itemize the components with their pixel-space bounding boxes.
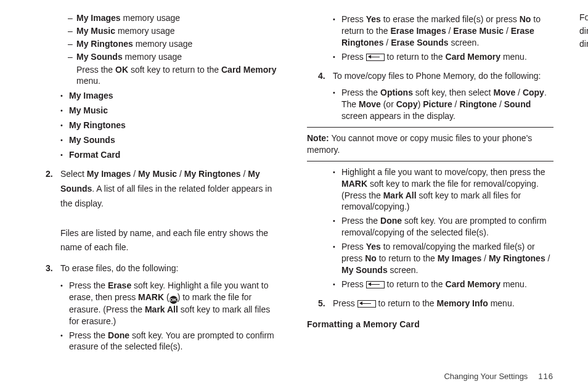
memory-usage-item: –My Sounds memory usage bbox=[35, 51, 281, 63]
footer-section-title: Changing Your Settings bbox=[444, 372, 528, 381]
menu-bullet: •My Sounds bbox=[35, 134, 281, 146]
memory-usage-item: –My Ringtones memory usage bbox=[35, 38, 281, 50]
formatting-paragraph: Formatting a microSD Memory Card erases … bbox=[579, 11, 588, 51]
step-2: 2. Select My Images / My Music / My Ring… bbox=[35, 167, 281, 255]
press-ok-line: Press the OK soft key to return to the C… bbox=[35, 64, 281, 88]
note-separator bbox=[307, 127, 553, 128]
step-4: 4. To move/copy files to Phone Memory, d… bbox=[307, 69, 553, 84]
step-3c: • Press Yes to erase the marked file(s) … bbox=[307, 14, 553, 49]
step-4c: • Press the Done soft key. You are promp… bbox=[307, 215, 553, 239]
step-4d: • Press Yes to removal/copying the marke… bbox=[307, 241, 553, 276]
step-3: 3. To erase files, do the following: bbox=[35, 261, 281, 276]
menu-bullet: •My Music bbox=[35, 105, 281, 116]
menu-bullet: •My Ringtones bbox=[35, 120, 281, 131]
step-4e: • Press to return to the Card Memory men… bbox=[307, 279, 553, 290]
ok-icon: OK bbox=[169, 296, 178, 304]
back-icon bbox=[366, 54, 385, 61]
page-footer: Changing Your Settings 116 bbox=[444, 371, 553, 382]
back-icon bbox=[357, 300, 376, 308]
back-icon bbox=[366, 281, 385, 288]
step-3b: • Press the Done soft key. You are promp… bbox=[35, 330, 281, 353]
page-number: 116 bbox=[530, 371, 553, 382]
step-3d: • Press to return to the Card Memory men… bbox=[307, 51, 553, 63]
step-5: 5. Press to return to the Memory Info me… bbox=[307, 296, 553, 311]
heading-formatting-memory-card: Formatting a Memory Card bbox=[307, 319, 553, 330]
step-4a: • Press the Options soft key, then selec… bbox=[307, 87, 553, 122]
memory-usage-item: –My Images memory usage bbox=[35, 12, 281, 24]
menu-bullet: •Format Card bbox=[35, 149, 281, 161]
two-column-flow: –My Images memory usage –My Music memory… bbox=[35, 11, 553, 362]
step-3a: • Press the Erase soft key. Highlight a … bbox=[35, 280, 281, 327]
step-4b: • Highlight a file you want to move/copy… bbox=[307, 166, 553, 213]
memory-usage-item: –My Music memory usage bbox=[35, 25, 281, 37]
note: Note: You cannot move or copy music file… bbox=[307, 133, 553, 156]
note-separator bbox=[307, 161, 553, 161]
menu-bullet: •My Images bbox=[35, 90, 281, 102]
manual-page: –My Images memory usage –My Music memory… bbox=[0, 0, 588, 392]
